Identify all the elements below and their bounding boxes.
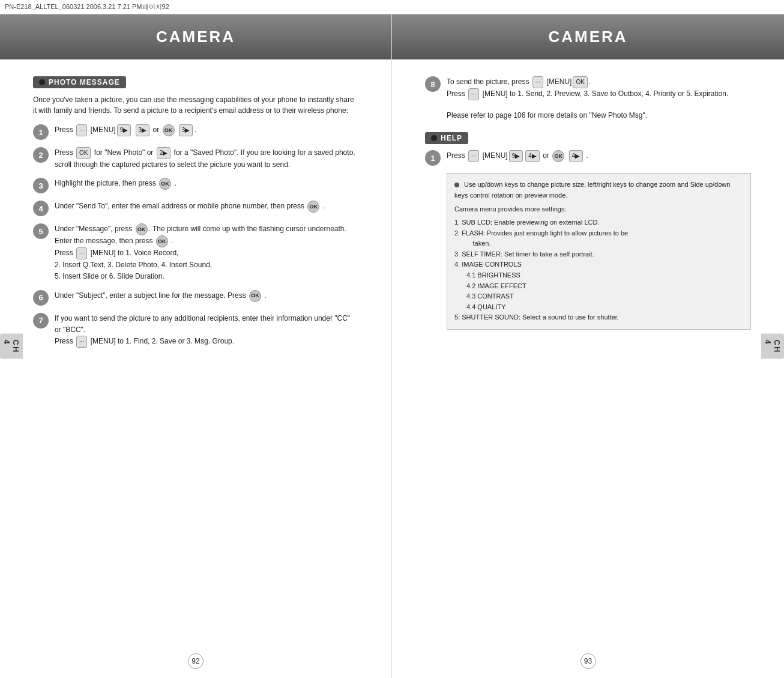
step-3-num: 3 (33, 178, 49, 193)
help-step-1-content: Press ··· [MENU]9▶4▶ or OK 4▶ . (447, 150, 588, 162)
menu-btn-h: ··· (468, 150, 479, 162)
step-8-num: 8 (425, 76, 441, 92)
3b-btn: 3▶ (179, 124, 193, 136)
step-5-content: Under "Message", press OK. The picture w… (55, 223, 346, 282)
step-7: 7 If you want to send the picture to any… (33, 313, 358, 348)
ch-tab-right: CH4 (761, 333, 784, 359)
bullet-dot (454, 183, 459, 187)
badge-dot (39, 79, 45, 85)
ok-btn-5b: OK (156, 235, 168, 247)
ok-btn-3: OK (159, 178, 171, 190)
left-page-num-circle: 92 (188, 653, 204, 669)
step-2: 2 Press OK for "New Photo" or 2▶ for a "… (33, 147, 358, 171)
step-6-content: Under "Subject", enter a subject line fo… (55, 290, 267, 302)
help-item-4: 4. IMAGE CONTROLS (454, 259, 743, 270)
step-5-num: 5 (33, 223, 49, 239)
step-3: 3 Highlight the picture, then press OK . (33, 178, 358, 193)
step-5: 5 Under "Message", press OK. The picture… (33, 223, 358, 282)
step-2-content: Press OK for "New Photo" or 2▶ for a "Sa… (55, 147, 358, 171)
help-step-1: 1 Press ··· [MENU]9▶4▶ or OK 4▶ . (425, 150, 751, 166)
2-btn: 2▶ (157, 147, 171, 159)
9-btn: 9▶ (117, 124, 131, 136)
ok-btn-1: OK (163, 124, 175, 136)
photo-message-badge: PHOTO MESSAGE (33, 76, 126, 88)
top-bar: PN-E218_ALLTEL_060321 2006.3.21 7:21 PM페… (0, 0, 784, 14)
step-1-num: 1 (33, 124, 49, 140)
help-item-4-2: 4.2 IMAGE EFFECT (466, 281, 743, 292)
ok-btn-h: OK (552, 150, 564, 162)
help-badge-dot (431, 135, 437, 141)
help-item-2: 2. FLASH: Provides just enough light to … (454, 228, 743, 249)
right-page: CH4 CAMERA 8 To send the picture, press … (392, 14, 784, 678)
left-camera-header: CAMERA (0, 14, 391, 59)
pages-container: CH4 CAMERA PHOTO MESSAGE Once you've tak… (0, 14, 784, 678)
step-8-content: To send the picture, press ··· [MENU]OK.… (447, 76, 728, 100)
right-page-num-circle: 93 (580, 653, 596, 669)
step-3-content: Highlight the picture, then press OK . (55, 178, 176, 190)
menu-btn: ··· (76, 124, 87, 136)
step-8: 8 To send the picture, press ··· [MENU]O… (425, 76, 751, 100)
help-step-1-num: 1 (425, 150, 441, 166)
help-box-intro: Camera menu provides more settings: (454, 204, 743, 215)
step-6: 6 Under "Subject", enter a subject line … (33, 290, 358, 306)
top-bar-text: PN-E218_ALLTEL_060321 2006.3.21 7:21 PM페… (5, 3, 169, 10)
help-item-4-1: 4.1 BRIGHTNESS (466, 270, 743, 281)
step-1-content: Press ··· [MENU]9▶ 3▶ or OK 3▶. (55, 124, 196, 136)
ok-btn-5: OK (136, 223, 148, 235)
help-info-box: Use up/down keys to change picture size,… (447, 173, 751, 330)
right-camera-header: CAMERA (392, 14, 784, 59)
4bh-btn: 4▶ (569, 150, 583, 162)
help-item-4-4: 4.4 QUALITY (466, 302, 743, 313)
ch-tab-left: CH4 (0, 333, 23, 359)
ok2-btn: OK (76, 147, 91, 159)
left-page-content: PHOTO MESSAGE Once you've taken a pictur… (0, 70, 391, 647)
step-7-content: If you want to send the picture to any a… (55, 313, 358, 348)
help-box-bullet: Use up/down keys to change picture size,… (454, 180, 743, 201)
menu-btn-8: ··· (532, 76, 543, 88)
ok-btn-6: OK (249, 290, 261, 302)
menu-btn-8b: ··· (468, 88, 479, 100)
help-box-items: 1. SUB LCD: Enable previewing on externa… (454, 217, 743, 323)
ok-8: OK (573, 76, 587, 88)
help-item-1: 1. SUB LCD: Enable previewing on externa… (454, 217, 743, 228)
4h-btn: 4▶ (525, 150, 540, 162)
step-4: 4 Under "Send To", enter the email addre… (33, 201, 358, 216)
help-item-5: 5. SHUTTER SOUND: Select a sound to use … (454, 312, 743, 323)
right-page-content: 8 To send the picture, press ··· [MENU]O… (392, 70, 784, 647)
menu-btn-7: ··· (76, 336, 87, 348)
step-1: 1 Press ··· [MENU]9▶ 3▶ or OK 3▶. (33, 124, 358, 140)
ok-btn-4: OK (307, 201, 319, 213)
help-badge: HELP (425, 132, 468, 144)
left-page: CH4 CAMERA PHOTO MESSAGE Once you've tak… (0, 14, 392, 678)
step-6-num: 6 (33, 290, 49, 306)
step-7-num: 7 (33, 313, 49, 328)
right-page-number: 93 (392, 647, 784, 678)
9h-btn: 9▶ (509, 150, 523, 162)
refer-text: Please refer to page 106 for more detail… (447, 110, 751, 121)
help-item-4-3: 4.3 CONTRAST (466, 291, 743, 302)
step-2-num: 2 (33, 147, 49, 163)
step-4-content: Under "Send To", enter the email address… (55, 201, 325, 213)
left-page-number: 92 (0, 647, 391, 678)
help-item-3: 3. SELF TIMER: Set timer to take a self … (454, 249, 743, 260)
menu-btn-5: ··· (76, 247, 87, 259)
step-4-num: 4 (33, 201, 49, 216)
3-btn: 3▶ (136, 124, 150, 136)
intro-text: Once you've taken a picture, you can use… (33, 94, 358, 116)
